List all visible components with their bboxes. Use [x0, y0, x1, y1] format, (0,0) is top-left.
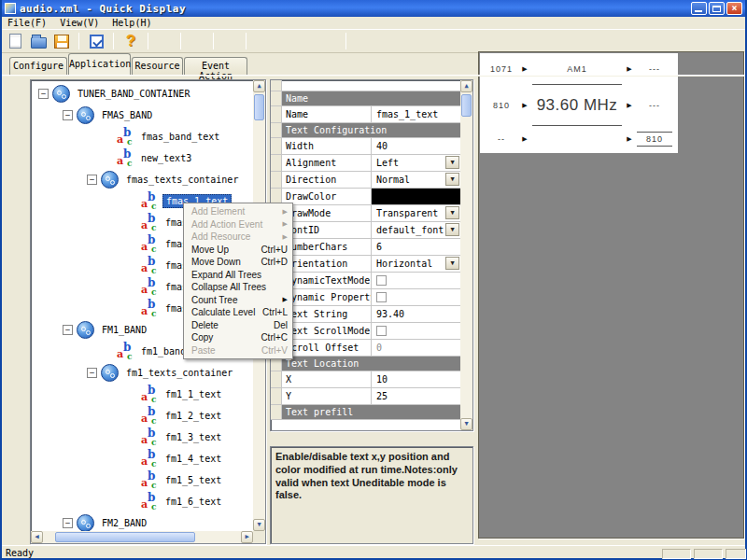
menu-item-add-resource[interactable]: Add Resource▶: [184, 231, 292, 244]
grid-property-row[interactable]: NumberChars6: [271, 239, 460, 256]
tree-item[interactable]: abcfmas_band_text: [31, 126, 253, 147]
tree-item[interactable]: −fmas_texts_container: [31, 169, 253, 190]
collapse-toggle-icon[interactable]: −: [87, 175, 97, 185]
menu-file[interactable]: File(F): [7, 18, 47, 28]
edit-check-button[interactable]: [87, 32, 106, 50]
grid-property-row[interactable]: DynamicTextMode: [271, 273, 460, 289]
menu-item-add-action-event[interactable]: Add Action Event▶: [184, 218, 292, 231]
tree-item[interactable]: −fm1_texts_container: [31, 362, 253, 384]
scrollbar-thumb[interactable]: [55, 532, 195, 542]
property-grid-panel[interactable]: Name Namefmas_1_text Text Configuration …: [270, 79, 473, 431]
grid-property-row[interactable]: FontIDdefault_font▼: [271, 222, 460, 239]
menu-item-move-up[interactable]: Move UpCtrl+U: [184, 244, 292, 257]
tree-horizontal-scrollbar[interactable]: ◀ ▶: [31, 531, 253, 543]
property-value[interactable]: 6: [372, 239, 460, 255]
close-button[interactable]: ×: [726, 2, 742, 15]
tree-item[interactable]: −FM2_BAND: [31, 512, 253, 531]
property-value[interactable]: Horizontal▼: [372, 256, 460, 272]
grid-property-row[interactable]: Namefmas_1_text: [271, 106, 460, 123]
property-value[interactable]: default_font▼: [372, 222, 460, 238]
grid-property-row[interactable]: Width40: [271, 138, 460, 155]
menu-item-calculate-level[interactable]: Calculate LevelCtrl+L: [184, 306, 292, 319]
color-swatch[interactable]: [372, 189, 460, 204]
tab-resource[interactable]: Resource: [132, 57, 183, 75]
grid-section-row[interactable]: Text Location: [271, 357, 460, 371]
maximize-button[interactable]: [709, 2, 725, 15]
scroll-right-icon[interactable]: ▶: [241, 531, 253, 543]
menu-item-delete[interactable]: DeleteDel: [184, 319, 292, 332]
collapse-toggle-icon[interactable]: −: [63, 325, 73, 335]
tree-item[interactable]: abcfm1_4_text: [31, 448, 253, 469]
collapse-toggle-icon[interactable]: −: [87, 368, 97, 378]
checkbox[interactable]: [376, 275, 387, 286]
menu-item-add-element[interactable]: Add Element▶: [184, 205, 292, 218]
grid-section-row[interactable]: Text prefill: [271, 405, 460, 420]
dropdown-arrow-icon[interactable]: ▼: [445, 156, 459, 169]
scroll-up-icon[interactable]: ▲: [253, 80, 265, 92]
menu-item-count-tree[interactable]: Count Tree▶: [184, 294, 292, 307]
grid-section-row[interactable]: Text Configuration: [271, 123, 460, 138]
scroll-up-icon[interactable]: ▲: [460, 80, 472, 92]
save-button[interactable]: [52, 32, 71, 50]
open-file-button[interactable]: [29, 32, 48, 50]
tree-item[interactable]: abcfm1_3_text: [31, 427, 253, 448]
collapse-toggle-icon[interactable]: −: [63, 110, 73, 120]
property-value[interactable]: fmas_1_text: [372, 106, 460, 122]
menu-help[interactable]: Help(H): [112, 18, 151, 28]
property-value[interactable]: Left▼: [372, 155, 460, 171]
scrollbar-thumb[interactable]: [254, 94, 264, 120]
tree-item[interactable]: abcfm1_5_text: [31, 469, 253, 491]
grid-property-row[interactable]: OrientationHorizontal▼: [271, 256, 460, 273]
tree-item[interactable]: abcfm1_2_text: [31, 405, 253, 427]
minimize-button[interactable]: [691, 2, 707, 15]
tree-item[interactable]: abcnew_text3: [31, 147, 253, 169]
scroll-down-icon[interactable]: ▼: [460, 418, 472, 430]
grid-property-row[interactable]: Text String93.40: [271, 306, 460, 323]
property-value[interactable]: 10: [372, 371, 460, 387]
grid-property-row[interactable]: DrawColor: [271, 189, 460, 205]
scrollbar-thumb[interactable]: [461, 94, 472, 117]
grid-vertical-scrollbar[interactable]: ▲ ▼: [460, 80, 472, 430]
scroll-down-icon[interactable]: ▼: [253, 519, 265, 531]
dropdown-arrow-icon[interactable]: ▼: [445, 173, 459, 186]
scroll-left-icon[interactable]: ◀: [31, 531, 43, 543]
menu-item-move-down[interactable]: Move DownCtrl+D: [184, 256, 292, 269]
dropdown-arrow-icon[interactable]: ▼: [445, 257, 459, 270]
property-value[interactable]: 0: [372, 340, 460, 356]
new-document-button[interactable]: [6, 32, 24, 50]
tree-item[interactable]: −TUNER_BAND_CONTAINER: [31, 83, 253, 105]
tab-configure[interactable]: Configure: [9, 57, 67, 75]
property-value[interactable]: 40: [372, 138, 460, 154]
tree-item[interactable]: abcfm1_6_text: [31, 491, 253, 512]
menu-item-paste[interactable]: PasteCtrl+V: [184, 344, 292, 357]
display-preview-panel[interactable]: 1071 ▶ AM1 ▶ --- 810 ▶ 93.60 MHz ▶ --- -…: [478, 51, 744, 539]
menu-item-expand-all-trees[interactable]: Expand All Trees: [184, 269, 292, 282]
checkbox[interactable]: [376, 292, 387, 302]
tree-item[interactable]: abcfm1_1_text: [31, 384, 253, 405]
tree-item[interactable]: −FMAS_BAND: [31, 105, 253, 126]
checkbox[interactable]: [376, 326, 387, 336]
dropdown-arrow-icon[interactable]: ▼: [445, 223, 459, 236]
property-value[interactable]: 25: [372, 388, 460, 404]
grid-property-row[interactable]: Y25: [271, 388, 460, 405]
grid-property-row[interactable]: DirectionNormal▼: [271, 172, 460, 189]
menu-item-collapse-all-trees[interactable]: Collapse All Trees: [184, 281, 292, 294]
property-value[interactable]: Normal▼: [372, 172, 460, 188]
grid-property-row[interactable]: X10: [271, 371, 460, 388]
property-value[interactable]: 93.40: [372, 306, 460, 322]
menu-item-copy[interactable]: CopyCtrl+C: [184, 331, 292, 344]
collapse-toggle-icon[interactable]: −: [38, 89, 49, 99]
grid-property-row[interactable]: Dynamic Property: [271, 289, 460, 306]
grid-property-row[interactable]: DrawModeTransparent▼: [271, 205, 460, 222]
dropdown-arrow-icon[interactable]: ▼: [445, 206, 459, 219]
grid-property-row[interactable]: Text ScrollMode: [271, 323, 460, 340]
tab-application[interactable]: Application: [68, 53, 131, 75]
grid-property-row[interactable]: AlignmentLeft▼: [271, 155, 460, 172]
tab-event-action[interactable]: Event Action: [184, 57, 247, 75]
help-button[interactable]: ?: [121, 32, 140, 50]
menu-view[interactable]: View(V): [60, 18, 99, 28]
property-value[interactable]: Transparent▼: [372, 205, 460, 221]
collapse-toggle-icon[interactable]: −: [63, 518, 73, 528]
grid-section-row[interactable]: Name: [271, 91, 460, 106]
grid-property-row[interactable]: Scroll Offset0: [271, 340, 460, 357]
